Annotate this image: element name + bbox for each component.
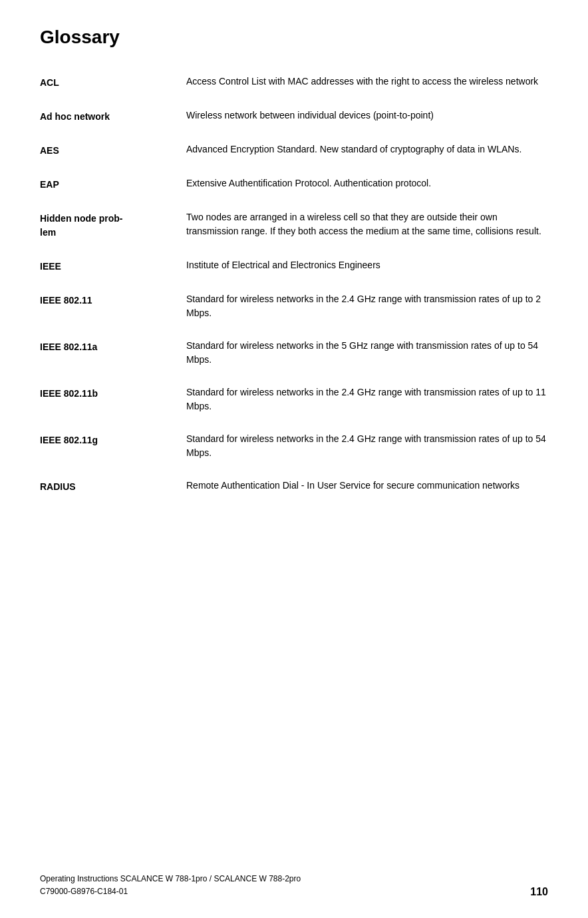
glossary-row: Hidden node prob-lemTwo nodes are arrang… [40,210,548,240]
glossary-definition: Remote Authentication Dial - In User Ser… [186,479,548,494]
glossary-definition: Access Control List with MAC addresses w… [186,75,548,90]
glossary-definition: Two nodes are arranged in a wireless cel… [186,210,548,240]
glossary-term: Ad hoc network [40,109,186,124]
glossary-term: Hidden node prob-lem [40,210,186,240]
glossary-definition: Standard for wireless networks in the 2.… [186,292,548,320]
footer-line2: C79000-G8976-C184-01 [40,885,301,898]
glossary-definition: Institute of Electrical and Electronics … [186,258,548,274]
glossary-definition: Standard for wireless networks in the 2.… [186,432,548,460]
glossary-row: ACLAccess Control List with MAC addresse… [40,75,548,90]
page-number: 110 [530,886,548,898]
glossary-row: AESAdvanced Encryption Standard. New sta… [40,142,548,158]
glossary-term: IEEE 802.11 [40,292,186,320]
glossary-row: IEEE 802.11aStandard for wireless networ… [40,339,548,367]
glossary-row: IEEE 802.11Standard for wireless network… [40,292,548,320]
glossary-row: Ad hoc networkWireless network between i… [40,109,548,124]
footer-line1: Operating Instructions SCALANCE W 788-1p… [40,873,301,885]
glossary-term: RADIUS [40,479,186,494]
page-title: Glossary [40,27,548,48]
glossary-definition: Standard for wireless networks in the 5 … [186,339,548,367]
glossary-definition: Advanced Encryption Standard. New standa… [186,142,548,158]
glossary-term: AES [40,142,186,158]
glossary-row: RADIUSRemote Authentication Dial - In Us… [40,479,548,494]
glossary-row: EAPExtensive Authentification Protocol. … [40,176,548,192]
glossary-definition: Wireless network between individual devi… [186,109,548,124]
glossary-row: IEEE 802.11bStandard for wireless networ… [40,385,548,413]
footer-left: Operating Instructions SCALANCE W 788-1p… [40,873,301,898]
glossary-term: IEEE 802.11g [40,432,186,460]
glossary-row: IEEE 802.11gStandard for wireless networ… [40,432,548,460]
page-footer: Operating Instructions SCALANCE W 788-1p… [40,873,548,898]
glossary-term: ACL [40,75,186,90]
glossary-term: IEEE [40,258,186,274]
glossary-content: ACLAccess Control List with MAC addresse… [40,75,548,494]
glossary-definition: Standard for wireless networks in the 2.… [186,385,548,413]
glossary-row: IEEEInstitute of Electrical and Electron… [40,258,548,274]
glossary-definition: Extensive Authentification Protocol. Aut… [186,176,548,192]
glossary-term: EAP [40,176,186,192]
glossary-term: IEEE 802.11b [40,385,186,413]
glossary-term: IEEE 802.11a [40,339,186,367]
